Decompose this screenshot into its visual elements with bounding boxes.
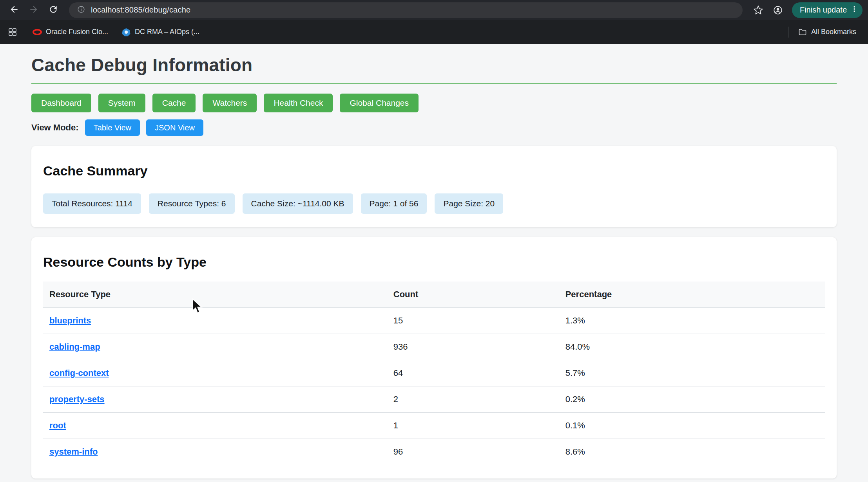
nav-health-check-button[interactable]: Health Check xyxy=(264,94,333,112)
resource-percentage: 84.0% xyxy=(559,334,825,360)
column-header-count: Count xyxy=(387,282,559,308)
apps-grid-icon[interactable] xyxy=(8,27,17,37)
resource-type-link[interactable]: cabling-map xyxy=(49,342,100,352)
table-row: blueprints 15 1.3% xyxy=(43,308,825,334)
resource-count: 96 xyxy=(387,439,559,465)
nav-system-button[interactable]: System xyxy=(98,94,145,112)
table-row: system-info 96 8.6% xyxy=(43,439,825,465)
bookmark-label: DC RMA – AIOps (... xyxy=(135,28,199,36)
bookmarks-divider xyxy=(23,27,23,38)
nav-cache-button[interactable]: Cache xyxy=(152,94,196,112)
column-header-resource-type: Resource Type xyxy=(43,282,387,308)
reload-icon xyxy=(48,4,58,16)
finish-update-button[interactable]: Finish update xyxy=(792,2,863,18)
resource-count: 15 xyxy=(387,308,559,334)
resource-percentage: 5.7% xyxy=(559,360,825,386)
resource-type-link[interactable]: config-context xyxy=(49,368,109,378)
cache-summary-badges: Total Resources: 1114 Resource Types: 6 … xyxy=(43,193,825,214)
badge-page: Page: 1 of 56 xyxy=(361,193,427,214)
badge-cache-size: Cache Size: ~1114.00 KB xyxy=(243,193,353,214)
resource-percentage: 0.2% xyxy=(559,386,825,413)
bookmarks-divider xyxy=(788,27,788,38)
resource-percentage: 8.6% xyxy=(559,439,825,465)
finish-update-label: Finish update xyxy=(800,5,847,14)
nav-global-changes-button[interactable]: Global Changes xyxy=(340,94,419,112)
badge-resource-types: Resource Types: 6 xyxy=(149,193,235,214)
resource-counts-card: Resource Counts by Type Resource Type Co… xyxy=(31,237,837,478)
title-divider xyxy=(31,83,837,84)
bookmarks-bar: Oracle Fusion Clo... DC RMA – AIOps (...… xyxy=(0,20,868,44)
resource-count: 936 xyxy=(387,334,559,360)
bookmark-label: Oracle Fusion Clo... xyxy=(46,28,108,36)
resource-percentage: 1.3% xyxy=(559,308,825,334)
view-mode-label: View Mode: xyxy=(31,123,79,133)
resource-type-link[interactable]: root xyxy=(49,421,66,430)
column-header-percentage: Percentage xyxy=(559,282,825,308)
cache-summary-title: Cache Summary xyxy=(43,163,825,179)
resource-percentage: 0.1% xyxy=(559,413,825,439)
page-content: Cache Debug Information Dashboard System… xyxy=(0,44,868,478)
all-bookmarks-label: All Bookmarks xyxy=(811,28,856,36)
resource-count: 2 xyxy=(387,386,559,413)
table-row: property-sets 2 0.2% xyxy=(43,386,825,413)
site-info-icon[interactable] xyxy=(77,5,85,15)
resource-counts-title: Resource Counts by Type xyxy=(43,255,825,270)
resource-type-link[interactable]: property-sets xyxy=(49,394,105,404)
nav-watchers-button[interactable]: Watchers xyxy=(203,94,257,112)
forward-button[interactable] xyxy=(25,2,42,19)
bookmark-oracle-fusion[interactable]: Oracle Fusion Clo... xyxy=(29,25,112,40)
url-text: localhost:8085/debug/cache xyxy=(91,5,190,14)
all-bookmarks-button[interactable]: All Bookmarks xyxy=(794,25,860,40)
resource-counts-table: Resource Type Count Percentage blueprint… xyxy=(43,282,825,465)
bookmark-star-icon[interactable] xyxy=(750,2,767,19)
nav-dashboard-button[interactable]: Dashboard xyxy=(31,94,91,112)
folder-icon xyxy=(798,27,807,37)
oracle-favicon xyxy=(33,27,42,37)
page-title: Cache Debug Information xyxy=(31,54,837,76)
cache-summary-card: Cache Summary Total Resources: 1114 Reso… xyxy=(31,146,837,227)
resource-type-link[interactable]: blueprints xyxy=(49,316,91,325)
table-row: config-context 64 5.7% xyxy=(43,360,825,386)
badge-page-size: Page Size: 20 xyxy=(435,193,503,214)
table-row: root 1 0.1% xyxy=(43,413,825,439)
browser-toolbar: localhost:8085/debug/cache Finish update xyxy=(0,0,868,20)
address-bar[interactable]: localhost:8085/debug/cache xyxy=(69,2,743,18)
badge-total-resources: Total Resources: 1114 xyxy=(43,193,141,214)
table-view-button[interactable]: Table View xyxy=(85,119,140,136)
forward-icon xyxy=(29,4,39,16)
dc-rma-favicon xyxy=(121,27,131,37)
reload-button[interactable] xyxy=(45,2,62,19)
profile-icon[interactable] xyxy=(769,2,786,19)
table-header-row: Resource Type Count Percentage xyxy=(43,282,825,308)
resource-count: 64 xyxy=(387,360,559,386)
resource-type-link[interactable]: system-info xyxy=(49,447,98,457)
back-icon xyxy=(9,4,19,16)
view-mode-row: View Mode: Table View JSON View xyxy=(31,119,837,136)
bookmark-dc-rma-aiops[interactable]: DC RMA – AIOps (... xyxy=(118,25,203,40)
table-row: cabling-map 936 84.0% xyxy=(43,334,825,360)
nav-buttons-row: Dashboard System Cache Watchers Health C… xyxy=(31,94,837,112)
json-view-button[interactable]: JSON View xyxy=(146,119,203,136)
resource-count: 1 xyxy=(387,413,559,439)
menu-kebab-icon[interactable] xyxy=(850,5,859,15)
back-button[interactable] xyxy=(5,2,23,19)
